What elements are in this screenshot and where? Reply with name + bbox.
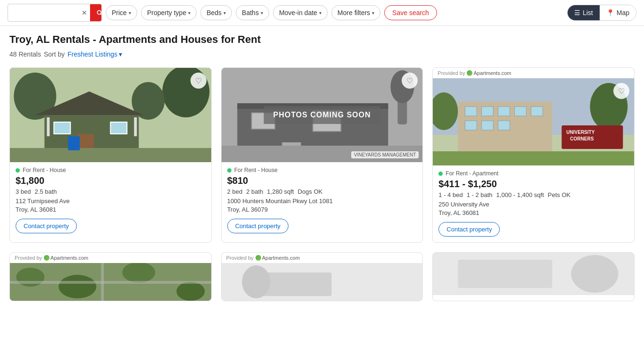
move-in-date-chevron-icon: ▾ (319, 10, 322, 16)
property-type-filter-label: Property type (147, 9, 186, 16)
listing-card: Provided by Apartments.com (9, 252, 212, 301)
address-line1: 250 University Ave (438, 200, 628, 209)
svg-rect-39 (433, 151, 634, 165)
contact-property-button[interactable]: Contact property (438, 222, 500, 237)
svg-rect-52 (458, 260, 553, 288)
heart-icon: ♡ (195, 76, 202, 85)
sort-value: Freshest Listings (67, 50, 117, 58)
page-title: Troy, AL Rentals - Apartments and Houses… (9, 33, 635, 46)
apartments-logo-text: Apartments.com (50, 255, 88, 261)
svg-rect-19 (282, 142, 301, 146)
search-icon (96, 9, 102, 16)
listing-card: PHOTOS COMING SOON ♡ VINEYARDS MANAGEMEN… (221, 67, 423, 243)
heart-icon: ♡ (618, 87, 625, 96)
map-pin-icon: 📍 (606, 9, 614, 16)
price-chevron-icon: ▾ (129, 10, 131, 16)
apartments-logo-icon (44, 255, 50, 261)
more-filters-label: More filters (338, 9, 370, 16)
listing-card: Provided by Apartments.com (432, 67, 635, 243)
provided-by-banner: Provided by Apartments.com (10, 253, 211, 263)
sort-bar: 48 Rentals Sort by Freshest Listings ▾ (9, 50, 635, 58)
sqft: 1,000 - 1,400 sqft (496, 191, 544, 198)
svg-rect-32 (482, 121, 494, 130)
map-view-label: Map (617, 9, 629, 16)
address-line1: 112 Turnipseed Ave (16, 197, 206, 206)
favorite-button[interactable]: ♡ (613, 83, 629, 99)
listing-price: $810 (227, 175, 417, 186)
apartments-logo-text: Apartments.com (262, 255, 300, 261)
svg-rect-9 (54, 122, 70, 134)
status-dot (438, 172, 443, 176)
status-text: For Rent - House (234, 167, 278, 173)
baths-chevron-icon: ▾ (261, 10, 263, 16)
search-clear-button[interactable]: ✕ (79, 7, 90, 18)
listing-status: For Rent - House (227, 167, 417, 173)
svg-rect-12 (68, 136, 80, 150)
beds: 2 bed (227, 188, 243, 195)
heart-icon: ♡ (406, 76, 413, 85)
provided-by-banner: Provided by Apartments.com (433, 68, 634, 78)
provided-by-banner: Provided by Apartments.com (222, 253, 423, 263)
listing-body: For Rent - House $810 2 bed 2 bath 1,280… (222, 162, 423, 239)
provided-by-text: Provided by (438, 70, 465, 76)
watermark: VINEYARDS MANAGEMENT (351, 151, 419, 158)
listing-price: $411 - $1,250 (438, 179, 628, 189)
listing-image: UNIVERSITY CORNERS ♡ (433, 78, 634, 165)
svg-rect-8 (134, 117, 137, 136)
baths-filter-button[interactable]: Baths ▾ (236, 5, 269, 20)
listing-image-partial (433, 253, 634, 295)
sort-chevron-icon: ▾ (119, 50, 122, 58)
listing-details: 2 bed 2 bath 1,280 sqft Dogs OK (227, 188, 417, 195)
listing-details: 3 bed 2.5 bath (16, 188, 206, 195)
svg-rect-27 (482, 107, 494, 116)
listing-image-svg (10, 68, 211, 162)
map-view-button[interactable]: 📍 Map (600, 5, 636, 20)
price-filter-button[interactable]: Price ▾ (106, 5, 137, 20)
listing-status: For Rent - House (16, 167, 206, 173)
property-type-filter-button[interactable]: Property type ▾ (141, 5, 197, 20)
provided-by-text: Provided by (15, 255, 42, 261)
favorite-button[interactable]: ♡ (190, 73, 206, 89)
save-search-button[interactable]: Save search (384, 5, 437, 20)
address-line2: Troy, AL 36081 (16, 206, 206, 214)
listings-grid: ♡ For Rent - House $1,800 3 bed 2.5 bath… (9, 67, 635, 243)
beds: 3 bed (16, 188, 31, 195)
more-filters-button[interactable]: More filters ▾ (331, 5, 380, 20)
svg-rect-26 (465, 107, 477, 116)
contact-property-button[interactable]: Contact property (227, 219, 289, 233)
listing-details: 1 - 4 bed 1 - 2 bath 1,000 - 1,400 sqft … (438, 191, 628, 198)
svg-point-53 (571, 255, 619, 293)
sort-label: Sort by (44, 50, 65, 58)
pets: Pets OK (548, 191, 570, 198)
search-submit-button[interactable] (90, 4, 102, 21)
apartments-logo: Apartments.com (44, 255, 88, 261)
list-view-button[interactable]: ☰ List (568, 5, 600, 20)
listing-card: Provided by Apartments.com (221, 252, 423, 301)
beds-filter-label: Beds (206, 9, 222, 16)
listing-card: ♡ For Rent - House $1,800 3 bed 2.5 bath… (9, 67, 212, 243)
svg-point-43 (58, 275, 96, 298)
address-line2: Troy, AL 36081 (438, 209, 628, 217)
listing-address: 1000 Hunters Mountain Pkwy Lot 1081 Troy… (227, 197, 417, 214)
listing-card (432, 252, 635, 301)
apartments-logo-icon (467, 70, 472, 76)
listing-image-partial (222, 263, 423, 301)
listing-image-partial (10, 263, 211, 301)
move-in-date-filter-button[interactable]: Move-in date ▾ (273, 5, 328, 20)
provided-by-text: Provided by (226, 255, 254, 261)
beds-chevron-icon: ▾ (223, 10, 226, 16)
sort-dropdown-button[interactable]: Freshest Listings ▾ (67, 50, 122, 58)
svg-rect-47 (101, 263, 104, 301)
listing-image-svg (222, 263, 423, 301)
search-input[interactable]: Troy, AL (8, 5, 79, 20)
status-text: For Rent - House (23, 167, 66, 173)
svg-rect-10 (110, 122, 127, 134)
address-line1: 1000 Hunters Mountain Pkwy Lot 1081 (227, 197, 417, 206)
price-filter-label: Price (112, 9, 127, 16)
coming-soon-overlay: PHOTOS COMING SOON (264, 106, 380, 124)
beds-filter-button[interactable]: Beds ▾ (200, 5, 232, 20)
svg-rect-7 (47, 117, 50, 136)
view-toggle: ☰ List 📍 Map (567, 5, 636, 21)
contact-property-button[interactable]: Contact property (16, 219, 77, 233)
main-content: Troy, AL Rentals - Apartments and Houses… (0, 26, 644, 309)
